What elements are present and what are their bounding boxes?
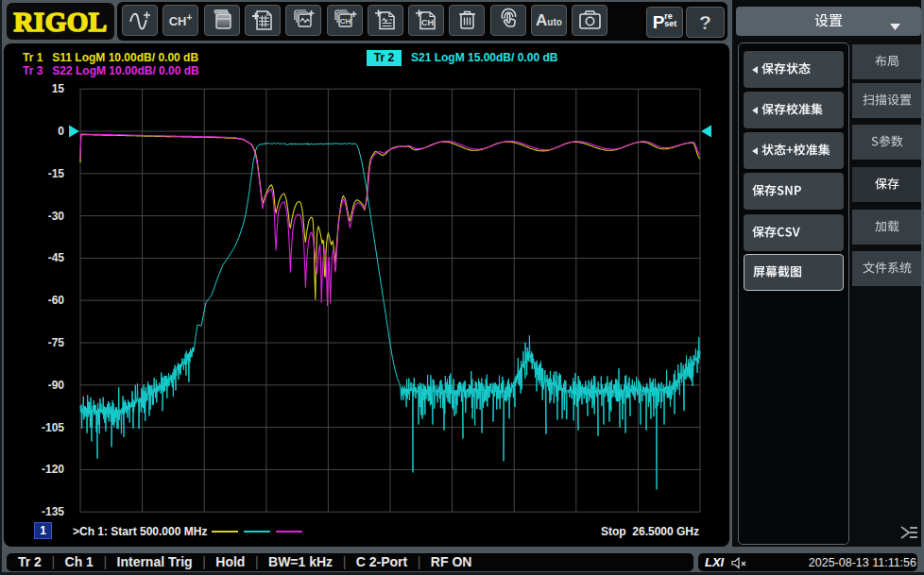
svg-text:CH: CH	[421, 18, 434, 27]
svg-text:CH: CH	[339, 17, 351, 25]
